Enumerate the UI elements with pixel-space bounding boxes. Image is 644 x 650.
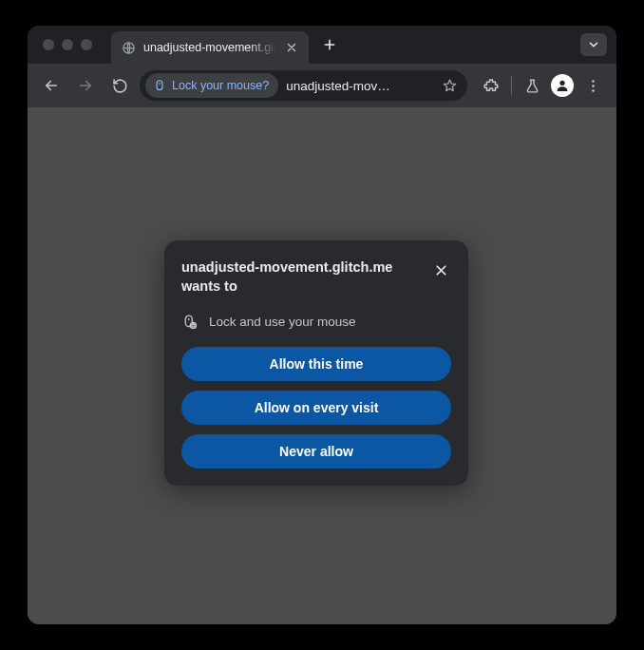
svg-rect-1 — [157, 81, 162, 90]
mouse-icon — [153, 79, 166, 92]
omnibox[interactable]: Lock your mouse? unadjusted-mov… — [140, 70, 467, 101]
labs-button[interactable] — [518, 71, 546, 100]
forward-button[interactable] — [71, 71, 100, 100]
bookmark-star-icon[interactable] — [442, 78, 458, 94]
back-button[interactable] — [37, 71, 66, 100]
svg-point-4 — [592, 85, 595, 87]
tab-title: unadjusted-movement.glitch. — [143, 41, 276, 54]
svg-point-3 — [592, 80, 595, 83]
dialog-close-button[interactable] — [430, 259, 451, 280]
viewport: unadjusted-movement.glitch.me wants to L… — [28, 107, 616, 624]
mouse-lock-icon — [181, 314, 198, 330]
permission-chip-label: Lock your mouse? — [172, 79, 269, 92]
new-tab-button[interactable] — [316, 31, 343, 58]
allow-once-button[interactable]: Allow this time — [181, 347, 451, 381]
permission-label: Lock and use your mouse — [209, 315, 356, 329]
svg-point-5 — [592, 89, 595, 92]
menu-button[interactable] — [578, 71, 607, 100]
avatar-icon — [551, 74, 574, 97]
tabs-menu-button[interactable] — [580, 33, 607, 56]
separator — [511, 76, 512, 95]
tab-active[interactable]: unadjusted-movement.glitch. — [111, 31, 309, 64]
browser-window: unadjusted-movement.glitch. — [28, 26, 616, 624]
permission-row: Lock and use your mouse — [181, 314, 451, 330]
window-close[interactable] — [43, 39, 54, 50]
globe-icon — [121, 40, 136, 55]
window-minimize[interactable] — [62, 39, 73, 50]
permission-chip[interactable]: Lock your mouse? — [145, 73, 278, 98]
toolbar: Lock your mouse? unadjusted-mov… — [28, 64, 616, 107]
profile-button[interactable] — [548, 71, 577, 100]
svg-point-2 — [559, 81, 564, 86]
never-allow-button[interactable]: Never allow — [181, 434, 451, 468]
reload-button[interactable] — [105, 71, 134, 100]
toolbar-actions — [477, 71, 607, 100]
url-text: unadjusted-mov… — [286, 79, 434, 93]
window-zoom[interactable] — [81, 39, 92, 50]
window-controls — [43, 39, 92, 50]
extensions-button[interactable] — [477, 71, 505, 100]
close-icon[interactable] — [284, 40, 299, 55]
allow-always-button[interactable]: Allow on every visit — [181, 391, 451, 425]
permission-dialog: unadjusted-movement.glitch.me wants to L… — [164, 240, 468, 486]
tab-strip: unadjusted-movement.glitch. — [28, 26, 616, 64]
dialog-title: unadjusted-movement.glitch.me wants to — [181, 258, 417, 296]
